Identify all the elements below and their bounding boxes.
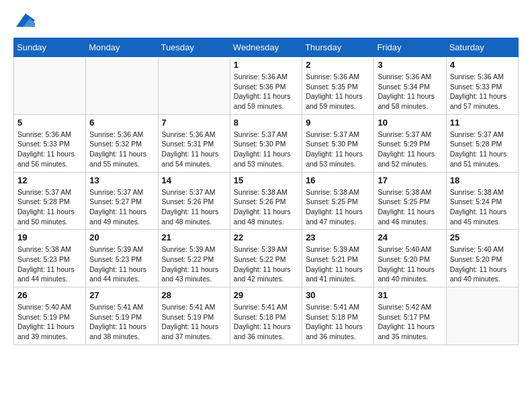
day-number: 24 (378, 232, 442, 242)
day-cell-18: 18Sunrise: 5:38 AM Sunset: 5:24 PM Dayli… (446, 172, 518, 230)
day-cell-12: 12Sunrise: 5:37 AM Sunset: 5:28 PM Dayli… (14, 172, 86, 230)
day-cell-11: 11Sunrise: 5:37 AM Sunset: 5:28 PM Dayli… (446, 114, 518, 172)
day-info: Sunrise: 5:38 AM Sunset: 5:24 PM Dayligh… (450, 187, 515, 227)
day-number: 31 (378, 290, 442, 300)
day-cell-16: 16Sunrise: 5:38 AM Sunset: 5:25 PM Dayli… (302, 172, 374, 230)
day-number: 10 (378, 118, 442, 128)
day-cell-24: 24Sunrise: 5:40 AM Sunset: 5:20 PM Dayli… (374, 230, 446, 287)
day-info: Sunrise: 5:37 AM Sunset: 5:30 PM Dayligh… (306, 130, 370, 169)
day-info: Sunrise: 5:37 AM Sunset: 5:28 PM Dayligh… (450, 130, 515, 169)
day-cell-30: 30Sunrise: 5:41 AM Sunset: 5:18 PM Dayli… (302, 287, 374, 345)
day-number: 16 (306, 175, 370, 185)
day-number: 11 (450, 118, 515, 128)
day-info: Sunrise: 5:37 AM Sunset: 5:27 PM Dayligh… (89, 187, 154, 227)
day-info: Sunrise: 5:40 AM Sunset: 5:19 PM Dayligh… (17, 302, 82, 342)
week-row-1: 1Sunrise: 5:36 AM Sunset: 5:36 PM Daylig… (14, 57, 519, 115)
day-info: Sunrise: 5:40 AM Sunset: 5:20 PM Dayligh… (450, 244, 515, 284)
day-info: Sunrise: 5:36 AM Sunset: 5:33 PM Dayligh… (17, 130, 82, 169)
day-number: 9 (306, 118, 370, 128)
day-number: 22 (234, 232, 298, 242)
day-cell-6: 6Sunrise: 5:36 AM Sunset: 5:32 PM Daylig… (86, 114, 158, 172)
day-info: Sunrise: 5:36 AM Sunset: 5:31 PM Dayligh… (162, 130, 226, 169)
day-info: Sunrise: 5:41 AM Sunset: 5:18 PM Dayligh… (234, 302, 298, 342)
day-cell-20: 20Sunrise: 5:39 AM Sunset: 5:23 PM Dayli… (86, 230, 158, 287)
day-info: Sunrise: 5:40 AM Sunset: 5:20 PM Dayligh… (378, 244, 442, 284)
day-cell-10: 10Sunrise: 5:37 AM Sunset: 5:29 PM Dayli… (374, 114, 446, 172)
day-number: 6 (89, 118, 154, 128)
day-info: Sunrise: 5:39 AM Sunset: 5:22 PM Dayligh… (234, 244, 298, 284)
day-info: Sunrise: 5:37 AM Sunset: 5:30 PM Dayligh… (234, 130, 298, 169)
day-number: 12 (17, 175, 82, 185)
empty-cell (86, 57, 158, 115)
day-number: 8 (234, 118, 298, 128)
weekday-header-friday: Friday (374, 38, 446, 57)
day-cell-5: 5Sunrise: 5:36 AM Sunset: 5:33 PM Daylig… (14, 114, 86, 172)
day-number: 3 (378, 60, 442, 70)
day-number: 23 (306, 232, 370, 242)
day-cell-1: 1Sunrise: 5:36 AM Sunset: 5:36 PM Daylig… (230, 57, 302, 115)
weekday-header-tuesday: Tuesday (158, 38, 230, 57)
day-cell-21: 21Sunrise: 5:39 AM Sunset: 5:22 PM Dayli… (158, 230, 230, 287)
day-info: Sunrise: 5:38 AM Sunset: 5:25 PM Dayligh… (378, 187, 442, 227)
day-cell-25: 25Sunrise: 5:40 AM Sunset: 5:20 PM Dayli… (446, 230, 518, 287)
day-number: 18 (450, 175, 515, 185)
day-info: Sunrise: 5:36 AM Sunset: 5:33 PM Dayligh… (450, 72, 515, 111)
day-info: Sunrise: 5:39 AM Sunset: 5:21 PM Dayligh… (306, 244, 370, 284)
day-info: Sunrise: 5:41 AM Sunset: 5:19 PM Dayligh… (162, 302, 226, 342)
day-number: 15 (234, 175, 298, 185)
day-cell-27: 27Sunrise: 5:41 AM Sunset: 5:19 PM Dayli… (86, 287, 158, 345)
day-number: 13 (89, 175, 154, 185)
weekday-header-thursday: Thursday (302, 38, 374, 57)
day-info: Sunrise: 5:41 AM Sunset: 5:18 PM Dayligh… (306, 302, 370, 342)
day-number: 5 (17, 118, 82, 128)
weekday-header-wednesday: Wednesday (230, 38, 302, 57)
day-cell-2: 2Sunrise: 5:36 AM Sunset: 5:35 PM Daylig… (302, 57, 374, 115)
weekday-header-saturday: Saturday (446, 38, 518, 57)
day-info: Sunrise: 5:36 AM Sunset: 5:34 PM Dayligh… (378, 72, 442, 111)
day-number: 26 (17, 290, 82, 300)
logo-icon (16, 13, 35, 27)
day-cell-23: 23Sunrise: 5:39 AM Sunset: 5:21 PM Dayli… (302, 230, 374, 287)
day-number: 25 (450, 232, 515, 242)
day-cell-22: 22Sunrise: 5:39 AM Sunset: 5:22 PM Dayli… (230, 230, 302, 287)
day-number: 7 (162, 118, 226, 128)
weekday-header-monday: Monday (86, 38, 158, 57)
day-cell-29: 29Sunrise: 5:41 AM Sunset: 5:18 PM Dayli… (230, 287, 302, 345)
day-cell-28: 28Sunrise: 5:41 AM Sunset: 5:19 PM Dayli… (158, 287, 230, 345)
day-info: Sunrise: 5:36 AM Sunset: 5:32 PM Dayligh… (89, 130, 154, 169)
day-info: Sunrise: 5:38 AM Sunset: 5:26 PM Dayligh… (234, 187, 298, 227)
day-info: Sunrise: 5:39 AM Sunset: 5:23 PM Dayligh… (89, 244, 154, 284)
page-header (13, 13, 519, 27)
day-number: 4 (450, 60, 515, 70)
day-info: Sunrise: 5:36 AM Sunset: 5:35 PM Dayligh… (306, 72, 370, 111)
day-info: Sunrise: 5:42 AM Sunset: 5:17 PM Dayligh… (378, 302, 442, 342)
weekday-header-row: SundayMondayTuesdayWednesdayThursdayFrid… (14, 38, 519, 57)
day-number: 1 (234, 60, 298, 70)
week-row-3: 12Sunrise: 5:37 AM Sunset: 5:28 PM Dayli… (14, 172, 519, 230)
day-info: Sunrise: 5:37 AM Sunset: 5:29 PM Dayligh… (378, 130, 442, 169)
day-number: 28 (162, 290, 226, 300)
empty-cell (158, 57, 230, 115)
day-cell-15: 15Sunrise: 5:38 AM Sunset: 5:26 PM Dayli… (230, 172, 302, 230)
day-cell-14: 14Sunrise: 5:37 AM Sunset: 5:26 PM Dayli… (158, 172, 230, 230)
calendar-table: SundayMondayTuesdayWednesdayThursdayFrid… (13, 38, 519, 345)
day-number: 2 (306, 60, 370, 70)
day-number: 19 (17, 232, 82, 242)
day-info: Sunrise: 5:36 AM Sunset: 5:36 PM Dayligh… (234, 72, 298, 111)
day-cell-9: 9Sunrise: 5:37 AM Sunset: 5:30 PM Daylig… (302, 114, 374, 172)
day-cell-7: 7Sunrise: 5:36 AM Sunset: 5:31 PM Daylig… (158, 114, 230, 172)
week-row-2: 5Sunrise: 5:36 AM Sunset: 5:33 PM Daylig… (14, 114, 519, 172)
day-info: Sunrise: 5:37 AM Sunset: 5:28 PM Dayligh… (17, 187, 82, 227)
day-number: 14 (162, 175, 226, 185)
day-info: Sunrise: 5:38 AM Sunset: 5:23 PM Dayligh… (17, 244, 82, 284)
day-number: 21 (162, 232, 226, 242)
empty-cell (446, 287, 518, 345)
week-row-5: 26Sunrise: 5:40 AM Sunset: 5:19 PM Dayli… (14, 287, 519, 345)
day-cell-3: 3Sunrise: 5:36 AM Sunset: 5:34 PM Daylig… (374, 57, 446, 115)
week-row-4: 19Sunrise: 5:38 AM Sunset: 5:23 PM Dayli… (14, 230, 519, 287)
day-cell-19: 19Sunrise: 5:38 AM Sunset: 5:23 PM Dayli… (14, 230, 86, 287)
day-number: 20 (89, 232, 154, 242)
day-cell-17: 17Sunrise: 5:38 AM Sunset: 5:25 PM Dayli… (374, 172, 446, 230)
empty-cell (14, 57, 86, 115)
day-cell-26: 26Sunrise: 5:40 AM Sunset: 5:19 PM Dayli… (14, 287, 86, 345)
